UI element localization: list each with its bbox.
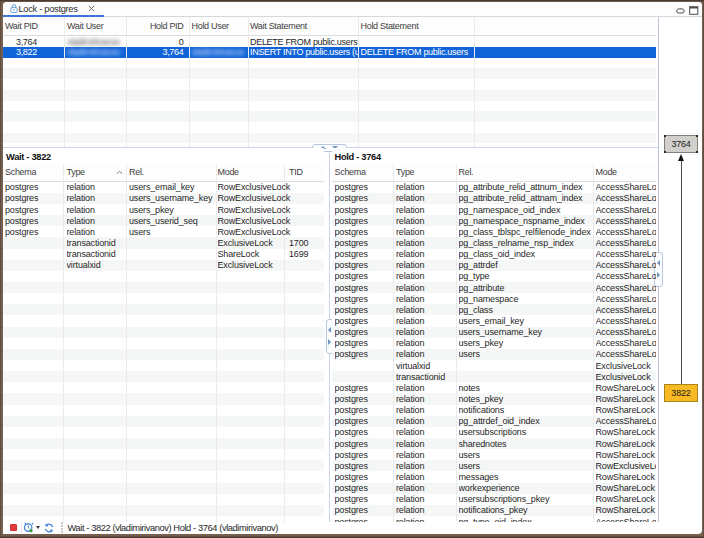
table-row[interactable]: 3,822vladimirivanov3,764vladimirivanovIN… [3,47,656,58]
table-row[interactable] [3,360,325,371]
auto-refresh-icon[interactable] [23,522,34,533]
table-row[interactable] [3,505,325,516]
table-row[interactable]: postgresrelationmessagesRowShareLock [332,471,656,482]
table-row[interactable]: postgresrelationnotifications_pkeyRowSha… [332,505,656,516]
table-row[interactable] [3,371,325,382]
table-row[interactable] [3,58,656,69]
graph-node-3822[interactable]: 3822 [664,384,697,402]
table-row[interactable] [3,293,325,304]
table-row[interactable]: postgresrelationusers_email_keyRowExclus… [3,182,325,193]
table-row[interactable]: postgresrelationworkexperienceRowShareLo… [332,483,656,494]
table-row[interactable] [3,416,325,427]
table-row[interactable] [3,349,325,360]
table-row[interactable]: postgresrelationpg_attrdef_oid_indexAcce… [332,416,656,427]
table-row[interactable]: postgresrelationpg_namespaceAccessShareL… [332,293,656,304]
table-row[interactable]: postgresrelationusers_pkeyRowExclusiveLo… [3,204,325,215]
table-row[interactable]: postgresrelationusers_username_keyAccess… [332,327,656,338]
table-row[interactable]: virtualxidExclusiveLock [332,360,656,371]
table-row[interactable]: transactionidExclusiveLock1700 [3,237,325,248]
refresh-icon[interactable] [44,523,54,533]
tab-lock-postgres[interactable]: Lock - postgres [6,2,106,16]
node-handle-dot [664,151,666,153]
node-handle-dot [696,151,698,153]
table-row[interactable] [3,393,325,404]
table-row[interactable] [3,79,656,90]
table-row[interactable]: transactionidShareLock1699 [3,249,325,260]
table-row[interactable]: 3,764vladimirivanov0DELETE FROM public.u… [3,36,656,47]
table-row[interactable]: postgresrelationpg_class_oid_indexAccess… [332,249,656,260]
table-row[interactable] [3,111,656,122]
graph-node-3764[interactable]: 3764 [664,135,698,153]
table-row[interactable]: postgresrelationpg_attrdefAccessShareLoc… [332,260,656,271]
table-row[interactable]: postgresrelationusers_pkeyAccessShareLoc… [332,338,656,349]
graph-sash-collapse-left-icon[interactable] [657,260,660,266]
table-row[interactable] [3,90,656,101]
table-row[interactable]: postgresrelationpg_attribute_relid_attnu… [332,182,656,193]
table-row[interactable] [3,438,325,449]
table-row[interactable]: postgresrelationpg_type_oid_indexAccessS… [332,516,656,522]
table-row[interactable]: postgresrelationsharednotesRowShareLock [332,438,656,449]
table-row[interactable] [3,122,656,133]
cell: AccessShareLock [596,349,656,360]
table-row[interactable] [3,315,325,326]
stop-icon[interactable] [10,524,17,531]
table-row[interactable] [3,282,325,293]
table-row[interactable] [3,483,325,494]
table-row[interactable]: postgresrelationpg_attributeAccessShareL… [332,282,656,293]
graph-node-3822-label: 3822 [671,388,690,398]
table-row[interactable] [3,405,325,416]
table-row[interactable] [3,494,325,505]
table-row[interactable]: postgresrelationpg_attribute_relid_attna… [332,193,656,204]
table-row[interactable] [3,338,325,349]
table-row[interactable]: postgresrelationpg_namespace_oid_indexAc… [332,204,656,215]
column-header-hold-statement[interactable]: Hold Statement [361,17,621,35]
table-row[interactable]: postgresrelationusers_userid_seqRowExclu… [3,215,325,226]
table-row[interactable] [3,327,325,338]
table-row[interactable] [3,133,656,144]
table-row[interactable]: postgresrelationusersubscriptionsRowShar… [332,427,656,438]
table-row[interactable]: postgresrelationpg_classAccessShareLock [332,304,656,315]
table-row[interactable] [3,382,325,393]
cell: DELETE FROM public.users [250,36,358,47]
table-row[interactable] [3,68,656,79]
table-row[interactable]: postgresrelationusersAccessShareLock [332,349,656,360]
table-row[interactable] [3,449,325,460]
column-header-tid[interactable]: TID [289,164,324,181]
cell: 1700 [289,237,324,248]
toolbar-drag-grip[interactable] [61,521,63,533]
table-row[interactable] [3,101,656,112]
table-row[interactable]: postgresrelationusers_email_keyAccessSha… [332,315,656,326]
table-row[interactable] [3,427,325,438]
hold-panel-title: Hold - 3764 [335,152,381,162]
maximize-view-icon[interactable] [689,6,699,15]
table-row[interactable]: postgresrelationusersRowExclusiveLock [332,460,656,471]
dropdown-caret-icon[interactable] [36,526,40,529]
lock-icon [10,4,18,13]
table-row[interactable]: postgresrelationusersRowShareLock [332,449,656,460]
table-row[interactable]: postgresrelationusers_username_keyRowExc… [3,193,325,204]
table-row[interactable] [3,271,325,282]
table-row[interactable] [3,304,325,315]
table-row[interactable] [3,471,325,482]
cell: RowExclusiveLock [596,460,656,471]
table-row[interactable]: transactionidExclusiveLock [332,371,656,382]
table-row[interactable]: postgresrelationpg_namespace_nspname_ind… [332,215,656,226]
table-row[interactable]: postgresrelationpg_class_tblspc_relfilen… [332,226,656,237]
table-row[interactable]: virtualxidExclusiveLock [3,260,325,271]
column-header-hold-pid[interactable]: Hold PID [94,17,184,35]
table-row[interactable]: postgresrelationusersubscriptions_pkeyRo… [332,494,656,505]
column-header-mode[interactable]: Mode [596,164,656,181]
graph-sash-collapse-right-icon[interactable] [657,272,660,278]
minimize-view-icon[interactable] [676,7,685,15]
cell: AccessShareLock [596,260,656,271]
table-row[interactable]: postgresrelationpg_class_relname_nsp_ind… [332,237,656,248]
cell: RowShareLock [596,427,656,438]
table-row[interactable]: postgresrelationnotes_pkeyRowShareLock [332,393,656,404]
table-row[interactable] [3,460,325,471]
table-row[interactable]: postgresrelationnotificationsRowShareLoc… [332,405,656,416]
cell: ExclusiveLock [218,260,325,271]
table-row[interactable]: postgresrelationnotesRowShareLock [332,382,656,393]
table-row[interactable]: postgresrelationpg_typeAccessShareLock [332,271,656,282]
tab-close-icon[interactable] [88,5,95,12]
table-row[interactable]: postgresrelationusersRowExclusiveLock [3,226,325,237]
